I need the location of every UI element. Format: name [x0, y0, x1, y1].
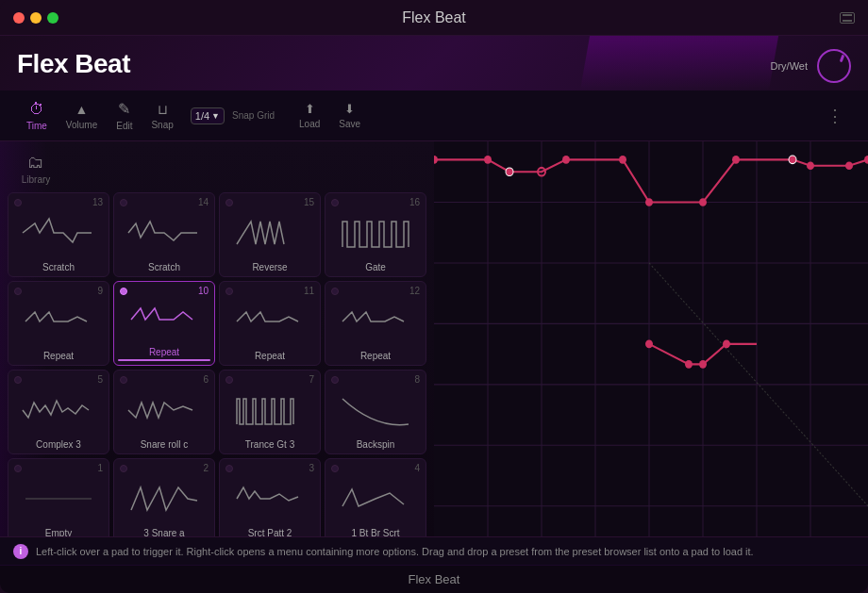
- time-icon: ⏱: [29, 101, 44, 118]
- more-options-button[interactable]: ⋮: [819, 102, 851, 130]
- dry-wet-area: Dry/Wet: [770, 49, 851, 83]
- svg-point-27: [807, 161, 814, 170]
- toolbar-save[interactable]: ⬇ Save: [329, 98, 370, 133]
- pad-number-11: 11: [304, 286, 314, 296]
- snap-grid-area: 1/4 ▼ Snap Grid: [183, 104, 282, 128]
- svg-point-25: [732, 156, 740, 164]
- pad-number-12: 12: [409, 286, 420, 296]
- maximize-button[interactable]: [47, 12, 58, 24]
- svg-point-33: [723, 340, 730, 349]
- toolbar: ⏱ Time ▲ Volume ✎ Edit ⊔ Snap 1/4 ▼ Snap…: [0, 91, 868, 141]
- pad-number-15: 15: [304, 197, 314, 207]
- pad-label-8: Backspin: [357, 439, 395, 450]
- app-title: Flex Beat: [17, 49, 130, 79]
- pad-label-10: Repeat: [149, 347, 179, 357]
- pad-number-14: 14: [198, 197, 209, 207]
- pad-5[interactable]: 5 Complex 3: [8, 370, 109, 454]
- svg-point-31: [685, 360, 693, 369]
- pad-12[interactable]: 12 Repeat: [325, 281, 426, 366]
- pad-waveform-16: [329, 199, 422, 260]
- window-title: Flex Beat: [402, 9, 466, 26]
- pad-label-2: 3 Snare a: [143, 528, 184, 536]
- toolbar-edit[interactable]: ✎ Edit: [107, 96, 142, 135]
- pad-7[interactable]: 7 Trance Gt 3: [219, 370, 321, 454]
- pad-label-1: Empty: [45, 528, 72, 536]
- pad-led-4: [331, 465, 339, 472]
- pad-label-3: Srct Patt 2: [248, 528, 292, 536]
- pad-number-1: 1: [97, 463, 103, 473]
- library-icon: 🗂: [27, 153, 44, 173]
- pad-waveform-12: [329, 288, 422, 349]
- svg-point-26: [789, 156, 796, 164]
- pad-label-6: Snare roll c: [141, 439, 189, 450]
- snap-grid-select[interactable]: 1/4 ▼: [191, 107, 225, 124]
- pad-label-16: Gate: [365, 262, 386, 272]
- time-label: Time: [26, 121, 47, 131]
- window-resize-button[interactable]: [840, 12, 855, 24]
- pad-waveform-3: [224, 465, 316, 526]
- pad-label-5: Complex 3: [36, 439, 81, 450]
- pad-label-15: Reverse: [252, 262, 287, 272]
- dry-wet-knob[interactable]: [817, 49, 851, 83]
- svg-rect-0: [843, 14, 852, 16]
- pad-11[interactable]: 11 Repeat: [219, 281, 321, 366]
- pad-label-4: 1 Bt Br Scrt: [351, 528, 399, 536]
- pad-9[interactable]: 9 Repeat: [8, 281, 109, 366]
- pad-16[interactable]: 16 Gate: [325, 192, 426, 277]
- edit-label: Edit: [116, 121, 132, 131]
- pad-waveform-11: [224, 288, 316, 349]
- pad-2[interactable]: 2 3 Snare a: [113, 458, 215, 536]
- toolbar-time[interactable]: ⏱ Time: [17, 97, 57, 135]
- svg-point-19: [506, 168, 513, 176]
- svg-point-30: [645, 340, 653, 349]
- pad-grid: 13 Scratch 14 Scratch: [8, 192, 426, 536]
- library-label: Library: [22, 174, 51, 185]
- pad-waveform-9: [12, 288, 105, 349]
- body-row: 🗂 Library 13 Scratch 14: [0, 141, 868, 536]
- svg-point-24: [699, 198, 707, 206]
- snap-label: Snap: [151, 120, 173, 130]
- bottom-title-bar: Flex Beat: [0, 565, 868, 593]
- minimize-button[interactable]: [30, 12, 42, 24]
- pad-4[interactable]: 4 1 Bt Br Scrt: [325, 458, 426, 536]
- pad-13[interactable]: 13 Scratch: [8, 192, 109, 277]
- pad-led-13: [14, 199, 22, 206]
- pad-label-7: Trance Gt 3: [245, 439, 294, 450]
- svg-point-32: [699, 360, 707, 369]
- pad-15[interactable]: 15 Reverse: [219, 192, 321, 277]
- volume-icon: ▲: [75, 102, 89, 117]
- snap-grid-value: 1/4: [195, 110, 209, 122]
- pad-led-14: [120, 199, 127, 206]
- pad-3[interactable]: 3 Srct Patt 2: [219, 458, 321, 536]
- pad-label-13: Scratch: [42, 262, 75, 272]
- info-icon: i: [13, 544, 28, 559]
- pad-led-8: [331, 376, 339, 384]
- volume-label: Volume: [66, 120, 97, 130]
- svg-point-22: [619, 156, 626, 164]
- pad-14[interactable]: 14 Scratch: [113, 192, 215, 277]
- library-button[interactable]: 🗂 Library: [8, 149, 64, 189]
- close-button[interactable]: [13, 12, 25, 24]
- pad-label-12: Repeat: [360, 351, 391, 361]
- main-content: Flex Beat Dry/Wet ⏱ Time ▲ Volume ✎ Edit…: [0, 36, 868, 565]
- pad-led-5: [14, 376, 22, 384]
- pad-1[interactable]: 1 Empty: [8, 458, 109, 536]
- toolbar-load[interactable]: ⬆ Load: [290, 98, 329, 133]
- load-label: Load: [299, 119, 320, 129]
- svg-point-21: [562, 156, 570, 164]
- pad-6[interactable]: 6 Snare roll c: [113, 370, 215, 454]
- toolbar-volume[interactable]: ▲ Volume: [57, 98, 107, 134]
- pad-10[interactable]: 10 Repeat: [113, 281, 215, 366]
- pad-led-7: [225, 376, 233, 384]
- svg-point-28: [845, 161, 853, 170]
- pad-8[interactable]: 8 Backspin: [325, 370, 426, 454]
- toolbar-snap[interactable]: ⊔ Snap: [142, 98, 182, 134]
- svg-rect-1: [843, 20, 852, 22]
- sequencer-canvas: [434, 141, 868, 536]
- pad-led-6: [120, 376, 127, 384]
- titlebar: Flex Beat: [0, 0, 868, 36]
- pad-waveform-7: [224, 376, 316, 437]
- pad-waveform-10: [118, 288, 210, 345]
- pad-number-4: 4: [414, 463, 420, 473]
- snap-icon: ⊔: [158, 102, 168, 117]
